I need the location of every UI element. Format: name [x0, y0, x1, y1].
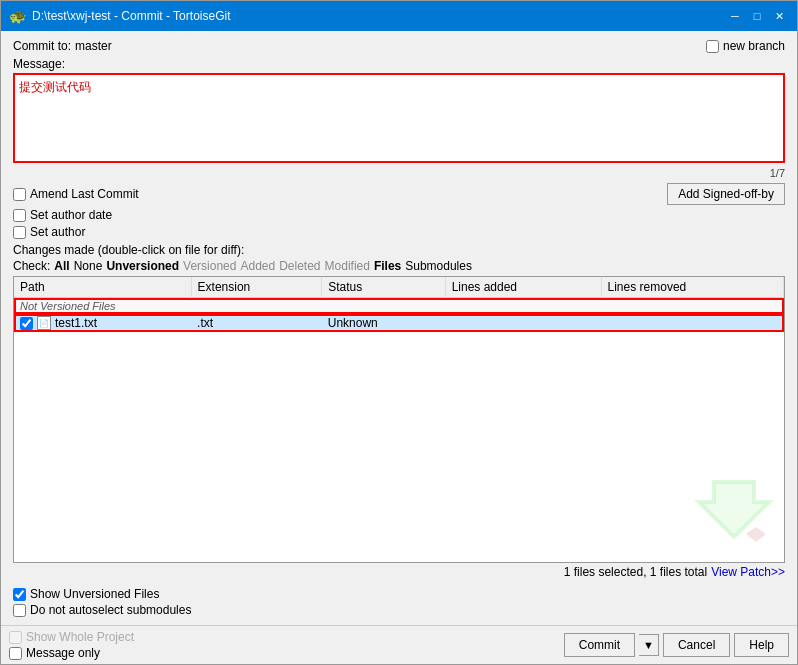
group-header-row: Not Versioned Files — [14, 298, 784, 315]
titlebar: 🐢 D:\test\xwj-test - Commit - TortoiseGi… — [1, 1, 797, 31]
message-section: Message: — [13, 57, 785, 163]
filter-modified[interactable]: Modified — [325, 259, 370, 273]
filter-submodules[interactable]: Submodules — [405, 259, 472, 273]
commit-button[interactable]: Commit — [564, 633, 635, 657]
col-lines-added: Lines added — [445, 277, 601, 298]
show-whole-project-checkbox[interactable] — [9, 631, 22, 644]
filter-row: Check: All None Unversioned Versioned Ad… — [13, 259, 785, 273]
options-section: Amend Last Commit Add Signed-off-by Set … — [13, 183, 785, 239]
col-extension: Extension — [191, 277, 322, 298]
bottom-buttons: Commit ▼ Cancel Help — [564, 633, 789, 657]
bottom-bar: Show Whole Project Message only Commit ▼… — [1, 625, 797, 664]
file-lines-removed — [601, 314, 783, 332]
commit-to-label: Commit to: — [13, 39, 71, 53]
filter-versioned[interactable]: Versioned — [183, 259, 236, 273]
file-status: Unknown — [322, 314, 445, 332]
file-extension: .txt — [191, 314, 322, 332]
do-not-autoselect-label: Do not autoselect submodules — [30, 603, 191, 617]
new-branch-checkbox[interactable] — [706, 40, 719, 53]
file-count-status: 1 files selected, 1 files total — [564, 565, 707, 579]
filter-all[interactable]: All — [54, 259, 69, 273]
new-branch-label: new branch — [723, 39, 785, 53]
set-author-label: Set author — [30, 225, 85, 239]
col-lines-removed: Lines removed — [601, 277, 783, 298]
set-author-checkbox[interactable] — [13, 226, 26, 239]
table-header-row: Path Extension Status Lines added Lines … — [14, 277, 784, 298]
maximize-button[interactable]: □ — [747, 6, 767, 26]
message-label: Message: — [13, 57, 785, 71]
filter-none[interactable]: None — [74, 259, 103, 273]
app-icon: 🐢 — [9, 8, 26, 24]
show-unversioned-label: Show Unversioned Files — [30, 587, 159, 601]
amend-last-commit-label: Amend Last Commit — [30, 187, 139, 201]
changes-section: Changes made (double-click on file for d… — [13, 243, 785, 579]
show-whole-project-label: Show Whole Project — [26, 630, 134, 644]
bottom-left: Show Whole Project Message only — [9, 630, 564, 660]
filter-label: Check: — [13, 259, 50, 273]
filter-deleted[interactable]: Deleted — [279, 259, 320, 273]
minimize-button[interactable]: ─ — [725, 6, 745, 26]
view-patch-link[interactable]: View Patch>> — [711, 565, 785, 579]
close-button[interactable]: ✕ — [769, 6, 789, 26]
group-header-label: Not Versioned Files — [14, 298, 784, 315]
set-author-date-checkbox[interactable] — [13, 209, 26, 222]
do-not-autoselect-checkbox[interactable] — [13, 604, 26, 617]
col-status: Status — [322, 277, 445, 298]
cancel-button[interactable]: Cancel — [663, 633, 730, 657]
message-input[interactable] — [13, 73, 785, 163]
file-name: test1.txt — [55, 316, 97, 330]
set-author-date-label: Set author date — [30, 208, 112, 222]
filter-files[interactable]: Files — [374, 259, 401, 273]
add-signed-off-by-button[interactable]: Add Signed-off-by — [667, 183, 785, 205]
message-counter: 1/7 — [770, 167, 785, 179]
file-checkbox[interactable] — [20, 317, 33, 330]
col-path: Path — [14, 277, 191, 298]
message-only-label: Message only — [26, 646, 100, 660]
file-icon: 📄 — [37, 316, 51, 330]
branch-name: master — [75, 39, 112, 53]
filter-unversioned[interactable]: Unversioned — [106, 259, 179, 273]
counter-row: 1/7 — [13, 167, 785, 179]
svg-marker-0 — [746, 527, 766, 542]
status-row: 1 files selected, 1 files total View Pat… — [13, 565, 785, 579]
file-table-container: Path Extension Status Lines added Lines … — [13, 276, 785, 563]
window-title: D:\test\xwj-test - Commit - TortoiseGit — [32, 9, 230, 23]
file-lines-added — [445, 314, 601, 332]
message-only-checkbox[interactable] — [9, 647, 22, 660]
changes-title: Changes made (double-click on file for d… — [13, 243, 785, 257]
help-button[interactable]: Help — [734, 633, 789, 657]
table-row[interactable]: 📄 test1.txt .txt Unknown — [14, 314, 784, 332]
commit-to-row: Commit to: master new branch — [13, 39, 785, 53]
commit-dropdown-button[interactable]: ▼ — [639, 634, 659, 656]
bottom-options: Show Unversioned Files Do not autoselect… — [13, 587, 785, 617]
show-unversioned-checkbox[interactable] — [13, 588, 26, 601]
filter-added[interactable]: Added — [240, 259, 275, 273]
tortoise-logo — [694, 472, 774, 552]
amend-last-commit-checkbox[interactable] — [13, 188, 26, 201]
file-table: Path Extension Status Lines added Lines … — [14, 277, 784, 332]
